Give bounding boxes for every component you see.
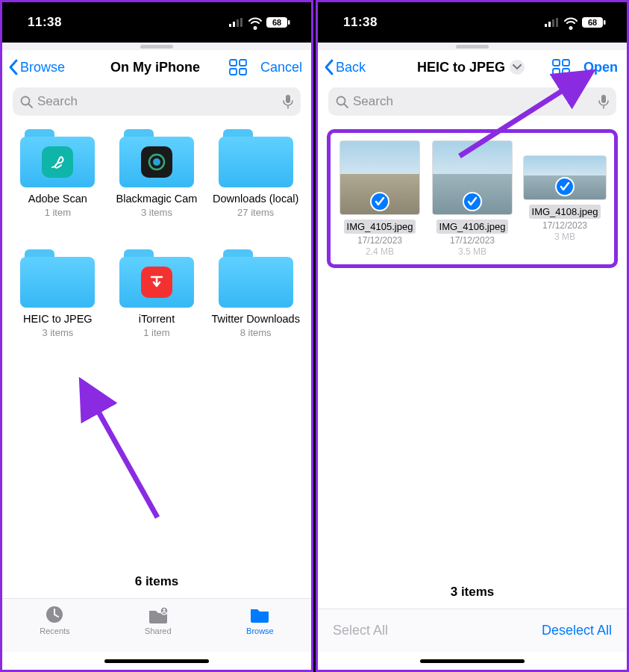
svg-rect-1	[233, 22, 235, 27]
folder-item[interactable]: iTorrent1 item	[110, 249, 204, 338]
folder-icon	[20, 249, 95, 308]
select-all-button[interactable]: Select All	[333, 623, 388, 638]
shared-folder-icon	[147, 605, 169, 624]
file-name: IMG_4105.jpeg	[344, 220, 416, 234]
grid-icon	[229, 59, 247, 75]
search-placeholder: Search	[37, 94, 283, 109]
file-name: IMG_4106.jpeg	[436, 220, 509, 234]
title-menu-button[interactable]	[510, 60, 525, 75]
file-name: IMG_4108.jpeg	[529, 205, 601, 219]
back-label: Browse	[20, 60, 65, 75]
folder-meta: 3 items	[141, 207, 172, 218]
wifi-icon	[564, 18, 578, 28]
folder-item[interactable]: Downloads (local)27 items	[209, 129, 302, 218]
svg-rect-8	[240, 60, 246, 66]
svg-rect-20	[545, 24, 547, 27]
folder-meta: 8 items	[240, 327, 272, 338]
folder-item[interactable]: Twitter Downloads8 items	[209, 249, 302, 338]
tab-browse[interactable]: Browse	[246, 605, 274, 635]
nav-bar: Back HEIC to JPEG Open	[318, 50, 627, 84]
folder-name: Twitter Downloads	[211, 312, 299, 326]
folder-icon	[119, 249, 194, 308]
file-thumbnail	[432, 140, 513, 215]
mic-icon[interactable]	[283, 94, 293, 109]
file-item[interactable]: IMG_4105.jpeg17/12/20232.4 MB	[338, 140, 422, 257]
tab-shared[interactable]: Shared	[145, 605, 171, 635]
folder-icon	[219, 249, 293, 308]
folder-name: HEIC to JPEG	[23, 312, 93, 326]
selection-check-icon	[555, 177, 575, 196]
svg-rect-27	[553, 60, 560, 66]
view-mode-button[interactable]	[552, 59, 570, 75]
folder-icon	[219, 129, 293, 187]
folder-meta: 3 items	[42, 327, 73, 338]
wifi-icon	[248, 18, 262, 28]
svg-rect-0	[229, 24, 231, 27]
home-indicator[interactable]	[318, 652, 627, 670]
item-count: 6 items	[2, 567, 311, 598]
phone-left: 11:38 68 Browse On My iPhone Cancel Sear…	[0, 0, 313, 672]
cellular-icon	[545, 18, 560, 27]
svg-text:68: 68	[272, 18, 281, 27]
folder-name: Adobe Scan	[28, 192, 87, 205]
tab-bar: Recents Shared Browse	[2, 598, 311, 652]
status-icons: 68	[229, 17, 290, 28]
svg-rect-2	[237, 19, 239, 27]
svg-rect-3	[240, 18, 242, 27]
search-placeholder: Search	[353, 94, 598, 109]
svg-rect-7	[230, 60, 237, 66]
svg-rect-30	[563, 69, 569, 75]
back-button[interactable]: Back	[324, 59, 366, 75]
nav-title[interactable]: HEIC to JPEG	[417, 60, 525, 75]
svg-rect-13	[286, 95, 290, 103]
folder-name: iTorrent	[139, 312, 175, 326]
deselect-all-button[interactable]: Deselect All	[542, 623, 612, 638]
search-icon	[20, 96, 33, 108]
back-button[interactable]: Browse	[8, 59, 65, 75]
search-field[interactable]: Search	[328, 87, 616, 116]
item-count: 3 items	[318, 577, 627, 609]
folder-meta: 1 item	[143, 327, 169, 338]
status-bar: 11:38 68	[318, 2, 627, 43]
file-item[interactable]: IMG_4108.jpeg17/12/20233 MB	[523, 140, 607, 257]
folder-icon	[248, 605, 271, 624]
selection-check-icon	[370, 192, 389, 211]
svg-line-32	[344, 104, 348, 108]
tab-recents[interactable]: Recents	[40, 605, 69, 635]
folder-content: Adobe Scan1 itemBlackmagic Cam3 itemsDow…	[2, 122, 311, 567]
annotation-highlight: IMG_4105.jpeg17/12/20232.4 MBIMG_4106.jp…	[327, 129, 618, 268]
chevron-left-icon	[324, 59, 334, 75]
file-date: 17/12/2023	[450, 235, 495, 246]
search-field[interactable]: Search	[13, 87, 301, 116]
folder-name: Downloads (local)	[213, 192, 298, 205]
svg-rect-22	[552, 19, 554, 27]
nav-title-text: HEIC to JPEG	[417, 60, 505, 75]
home-indicator[interactable]	[2, 652, 311, 670]
cancel-button[interactable]: Cancel	[260, 60, 302, 75]
multitask-indicator[interactable]	[318, 43, 627, 50]
folder-item[interactable]: Blackmagic Cam3 items	[110, 129, 204, 218]
file-thumbnail	[523, 155, 607, 200]
folder-icon	[20, 129, 95, 187]
file-item[interactable]: IMG_4106.jpeg17/12/20233.5 MB	[431, 140, 514, 257]
mic-icon[interactable]	[598, 94, 609, 109]
file-content: IMG_4105.jpeg17/12/20232.4 MBIMG_4106.jp…	[318, 122, 627, 577]
back-label: Back	[336, 60, 366, 75]
view-mode-button[interactable]	[229, 59, 247, 75]
svg-rect-10	[240, 69, 246, 75]
svg-rect-9	[230, 69, 237, 75]
folder-item[interactable]: HEIC to JPEG3 items	[11, 249, 104, 338]
status-time: 11:38	[343, 15, 378, 30]
svg-rect-29	[553, 69, 560, 75]
svg-line-12	[28, 104, 32, 108]
tab-label: Recents	[40, 626, 69, 635]
multitask-indicator[interactable]	[2, 43, 311, 50]
battery-icon: 68	[266, 17, 290, 28]
open-button[interactable]: Open	[583, 60, 618, 75]
folder-meta: 27 items	[237, 207, 274, 218]
svg-rect-23	[556, 18, 558, 27]
svg-text:68: 68	[588, 18, 597, 27]
folder-item[interactable]: Adobe Scan1 item	[11, 129, 104, 218]
status-bar: 11:38 68	[2, 2, 311, 43]
svg-rect-5	[288, 20, 290, 25]
